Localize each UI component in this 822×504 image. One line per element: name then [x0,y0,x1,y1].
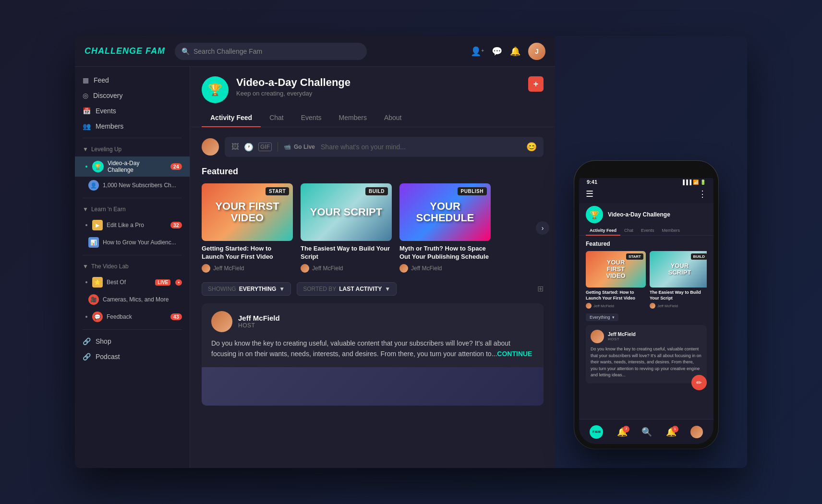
user-post-avatar [202,138,219,156]
add-button[interactable]: + [528,76,544,92]
featured-card-2[interactable]: YOUR SCRIPT BUILD The Easiest Way to Bui… [301,183,392,273]
group-header: 🏆 Video-a-Day Challenge Keep on creating… [190,67,555,103]
events-icon: 📅 [83,107,91,115]
phone-card-2-text: YOURSCRIPT [668,263,691,276]
emoji-icon[interactable]: 😊 [526,142,537,152]
tab-about[interactable]: About [375,109,411,127]
phone-tab-chat[interactable]: Chat [620,226,637,235]
phone-nav-fam[interactable]: FAM [590,425,603,439]
indicator [85,224,87,226]
main-content: 🏆 Video-a-Day Challenge Keep on creating… [190,67,555,468]
image-icon[interactable]: 🖼 [231,143,239,151]
sidebar-item-discovery[interactable]: ◎ Discovery [75,88,190,103]
phone-tab-activity[interactable]: Activity Feed [586,226,620,236]
hamburger-icon[interactable]: ☰ [586,189,593,199]
post-author-avatar [211,311,232,332]
group-subtitle: Keep on creating, everyday [236,90,520,97]
phone-card-1-tag: START [626,253,643,260]
messages-icon[interactable]: 💬 [492,46,502,57]
tab-activity-feed[interactable]: Activity Feed [202,109,261,127]
post-card-header: Jeff McField Host [202,303,544,338]
phone-tab-members[interactable]: Members [658,226,684,235]
phone-nav-bell-1[interactable]: 🔔 7 [617,427,628,437]
phone-screen: 9:41 ▐▐▐ 📶 🔋 ☰ ⋮ 🏆 Video-a-Day [579,166,713,444]
sidebar-item-members[interactable]: 👥 Members [75,119,190,134]
search-bar[interactable]: 🔍 Search Challenge Fam [175,43,367,60]
phone-post-avatar [591,330,604,343]
post-input-bar[interactable]: 🖼 🕐 GIF 📹 Go Live Share what's on your m… [225,137,544,157]
sidebar-item-video-challenge[interactable]: 🏆 Video-a-Day Challenge 24 [75,156,190,177]
invite-icon[interactable]: 👤+ [471,46,484,57]
phone-post-info: Jeff McField HOST [608,332,636,341]
edit-pro-badge: 32 [170,222,182,228]
post-author-role: Host [238,322,280,329]
featured-card-3[interactable]: YOUR SCHEDULE PUBLISH Myth or Truth? How… [399,183,491,273]
phone-card-1-text: YOURFIRSTVIDEO [606,259,625,280]
sidebar-item-cameras[interactable]: 🎥 Cameras, Mics, and More [75,291,190,308]
featured-card-1[interactable]: YOUR FIRST VIDEO START Getting Started: … [202,183,293,273]
featured-img-3: YOUR SCHEDULE PUBLISH [399,183,491,241]
phone-group-title: Video-a-Day Challenge [608,211,670,218]
indicator [85,316,87,318]
carousel-next[interactable]: › [536,221,549,235]
sidebar-item-subscribers[interactable]: 👤 1,000 New Subscribers Ch... [75,177,190,194]
live-dot: • [175,279,182,286]
phone-av-2 [650,303,655,309]
clock-icon[interactable]: 🕐 [244,143,254,152]
phone-nav-search[interactable]: 🔍 [641,427,652,437]
continue-link[interactable]: CONTINUE [497,350,532,358]
phone-nav-bell-2[interactable]: 🔔 1 [666,427,677,437]
filter-row: SHOWING EVERYTHING ▼ SORTED BY LAST ACTI… [202,282,544,296]
app-header: CHALLENGE FAM 🔍 Search Challenge Fam 👤+ … [75,36,555,67]
sidebar-item-feedback[interactable]: 💬 Feedback 43 [75,308,190,325]
tab-chat[interactable]: Chat [261,109,292,127]
grid-view-icon[interactable]: ⊞ [537,284,544,293]
sidebar-item-best-of[interactable]: ⭐ Best Of LIVE • [75,274,190,291]
notifications-icon[interactable]: 🔔 [510,46,520,57]
sidebar-item-podcast[interactable]: 🔗 Podcast [75,349,190,364]
phone-card-1-title: Getting Started: How to Launch Your Firs… [586,290,646,301]
phone-status-bar: 9:41 ▐▐▐ 📶 🔋 [579,178,713,187]
sorted-dropdown[interactable]: SORTED BY LAST ACTIVITY ▼ [297,282,397,296]
challenge-icon: 🏆 [92,161,104,172]
sidebar-item-grow-audience[interactable]: 📊 How to Grow Your Audienc... [75,234,190,251]
feedback-icon: 💬 [92,312,103,322]
phone-nav-profile[interactable] [690,426,703,438]
video-icon: 📹 [284,144,291,150]
section-video-lab[interactable]: ▼ The Video Lab [75,259,190,274]
phone-featured-row: YOURFIRSTVIDEO START Getting Started: Ho… [586,251,707,309]
phone-card-2[interactable]: YOURSCRIPT BUILD The Easiest Way to Buil… [650,251,707,309]
people-icon: 👤 [88,180,99,191]
phone-mockup-container: 9:41 ▐▐▐ 📶 🔋 ☰ ⋮ 🏆 Video-a-Day [574,161,718,449]
input-icons: 🖼 🕐 GIF [231,143,272,152]
sorted-value: LAST ACTIVITY [339,286,382,292]
sidebar-item-shop[interactable]: 🔗 Shop [75,334,190,349]
phone-fab[interactable]: ✏ [691,375,707,390]
user-avatar[interactable]: J [528,43,545,60]
card-2-overlay-text: YOUR SCRIPT [305,202,387,223]
sidebar: ▦ Feed ◎ Discovery 📅 Events 👥 Members [75,67,190,468]
sidebar-item-feed[interactable]: ▦ Feed [75,72,190,88]
section-leveling-up[interactable]: ▼ Leveling Up [75,142,190,156]
phone-card-1[interactable]: YOURFIRSTVIDEO START Getting Started: Ho… [586,251,646,309]
tab-members[interactable]: Members [330,109,375,127]
phone-outer: 9:41 ▐▐▐ 📶 🔋 ☰ ⋮ 🏆 Video-a-Day [574,161,718,449]
sidebar-item-edit-pro[interactable]: ▶ Edit Like a Pro 32 [75,216,190,234]
go-live-button[interactable]: 📹 Go Live [284,144,315,150]
sidebar-item-events[interactable]: 📅 Events [75,103,190,119]
phone-tabs: Activity Feed Chat Events Members [579,223,713,236]
phone-post-text: Do you know the key to creating useful, … [591,346,702,379]
section-learn-earn[interactable]: ▼ Learn 'n Earn [75,202,190,216]
card-2-title: The Easiest Way to Build Your Script [301,245,392,261]
more-icon[interactable]: ⋮ [698,189,707,199]
post-placeholder[interactable]: Share what's on your mind... [321,143,520,151]
gif-icon[interactable]: GIF [258,143,272,151]
live-badge: LIVE [155,279,170,286]
tab-events[interactable]: Events [292,109,330,127]
phone-filter-dropdown[interactable]: Everything ▾ [586,313,618,321]
card-2-author: Jeff McField [301,264,392,273]
phone-tab-events[interactable]: Events [637,226,658,235]
phone-featured-title: Featured [586,240,707,247]
fam-icon: FAM [590,425,603,439]
showing-dropdown[interactable]: SHOWING EVERYTHING ▼ [202,282,291,296]
